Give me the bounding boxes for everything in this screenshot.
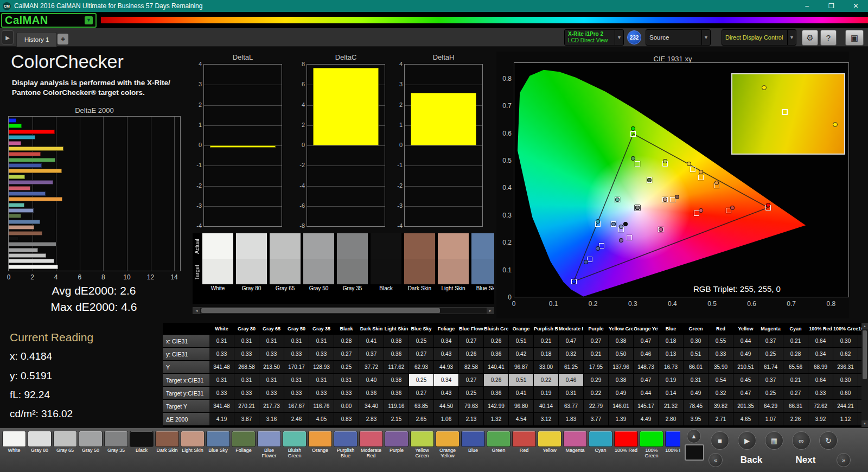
patch-select-button[interactable]: Gray 80 bbox=[27, 431, 52, 471]
table-cell: 0.41 bbox=[509, 387, 534, 400]
back-button[interactable]: Back bbox=[727, 453, 776, 467]
scrollbar-thumb[interactable] bbox=[863, 330, 867, 379]
table-cell: 22.79 bbox=[584, 400, 609, 413]
deltae-bar bbox=[9, 124, 22, 128]
calman-logo-menu[interactable]: CalMAN ▼ bbox=[1, 13, 97, 28]
patch-select-button[interactable]: White bbox=[2, 431, 27, 471]
continuous-read-button[interactable]: ∞ bbox=[792, 431, 810, 450]
patch-select-button[interactable]: Gray 65 bbox=[53, 431, 78, 471]
patch-select-button[interactable]: Light Skin bbox=[180, 431, 205, 471]
maximize-button[interactable]: ❐ bbox=[819, 0, 844, 12]
display-control-dropdown[interactable]: Direct Display Control ▼ bbox=[722, 29, 796, 46]
table-cell: 2.83 bbox=[359, 413, 384, 426]
deltae-bar bbox=[9, 231, 42, 235]
display-button[interactable]: ▣ bbox=[845, 30, 864, 46]
strip-side-labels: Actual Target bbox=[193, 233, 201, 304]
patch-select-button[interactable]: Green bbox=[486, 431, 511, 471]
table-cell: 0.30 bbox=[684, 335, 709, 348]
table-cell: 68.99 bbox=[808, 361, 833, 374]
y-axis-tick-label: 2 bbox=[293, 122, 305, 128]
cie-target-point bbox=[782, 109, 788, 115]
patch-select-button[interactable]: Foliage bbox=[231, 431, 256, 471]
deltah-chart-title: DeltaH bbox=[404, 53, 483, 61]
table-row: y: CIE310.330.330.330.330.330.270.370.36… bbox=[163, 348, 861, 361]
target-color-swatch bbox=[404, 259, 435, 284]
next-button[interactable]: Next bbox=[781, 453, 830, 467]
patch-select-button[interactable]: Orange bbox=[308, 431, 333, 471]
help-button[interactable]: ? bbox=[820, 30, 837, 46]
patch-select-button[interactable]: 100% Green bbox=[639, 431, 664, 471]
minimize-button[interactable]: – bbox=[795, 0, 819, 12]
patch-select-button[interactable]: Red bbox=[512, 431, 537, 471]
scroll-right-icon[interactable]: ► bbox=[487, 308, 494, 314]
target-color-swatch bbox=[438, 259, 469, 284]
patch-select-button[interactable]: Magenta bbox=[563, 431, 588, 471]
column-header: 100% Red bbox=[808, 323, 833, 335]
actual-color-swatch bbox=[337, 233, 368, 259]
patch-select-button[interactable]: Blue Flower bbox=[257, 431, 282, 471]
patch-comparison-strip: Actual Target WhiteGray 80Gray 65Gray 50… bbox=[193, 233, 494, 304]
back-chevron-button[interactable]: « bbox=[709, 453, 723, 467]
table-header-row: WhiteGray 80Gray 65Gray 50Gray 35BlackDa… bbox=[163, 323, 861, 335]
patch-select-button[interactable]: Purple bbox=[384, 431, 409, 471]
stop-button[interactable]: ■ bbox=[711, 431, 729, 450]
meter-dropdown[interactable]: X-Rite i1Pro 2 LCD Direct View ▼ bbox=[564, 29, 624, 46]
cie-measured-point bbox=[596, 219, 600, 224]
collapse-panel-button[interactable]: ▶ bbox=[2, 30, 14, 44]
patch-select-button[interactable]: Cyan bbox=[588, 431, 613, 471]
meter-status-badge[interactable]: 232 bbox=[627, 30, 641, 44]
pattern-window-preview[interactable] bbox=[685, 444, 704, 461]
eject-button[interactable]: ▲ bbox=[687, 429, 701, 443]
scrollbar-thumb[interactable] bbox=[201, 308, 440, 313]
table-cell: 0.64 bbox=[808, 335, 833, 348]
chevron-down-icon[interactable]: ▼ bbox=[85, 16, 93, 24]
patch-select-button[interactable]: Dark Skin bbox=[155, 431, 180, 471]
table-cell: 0.33 bbox=[309, 387, 334, 400]
settings-button[interactable]: ⚙ bbox=[802, 30, 818, 46]
next-chevron-button[interactable]: » bbox=[837, 453, 851, 467]
table-cell: 0.36 bbox=[384, 348, 409, 361]
add-tab-button[interactable]: + bbox=[58, 34, 68, 44]
patch-select-button[interactable]: Blue bbox=[461, 431, 486, 471]
refresh-button[interactable]: ↻ bbox=[819, 431, 838, 450]
patch-select-button[interactable]: Yellow bbox=[537, 431, 562, 471]
patch-select-button[interactable]: Orange Yellow bbox=[435, 431, 460, 471]
deltae-bar bbox=[9, 118, 16, 123]
patch-select-button[interactable]: Bluish Green bbox=[282, 431, 307, 471]
tab-history-1[interactable]: History 1 bbox=[16, 32, 57, 47]
pattern-button[interactable]: ▦ bbox=[765, 431, 783, 450]
play-button[interactable]: ▶ bbox=[738, 431, 756, 450]
scroll-up-icon[interactable]: ▲ bbox=[861, 323, 868, 329]
cie-measured-point bbox=[833, 122, 838, 127]
gridline bbox=[405, 85, 482, 85]
column-header: Purple bbox=[584, 323, 609, 335]
x-axis-tick-label: 14 bbox=[168, 273, 181, 281]
table-cell: 201.35 bbox=[733, 400, 758, 413]
patch-color bbox=[385, 431, 409, 447]
patch-select-button[interactable]: Purplish Blue bbox=[333, 431, 358, 471]
patch-select-button[interactable]: Blue Sky bbox=[206, 431, 231, 471]
patch-select-button[interactable]: 100% Blue bbox=[665, 431, 681, 471]
patch-select-button[interactable]: Moderate Red bbox=[359, 431, 384, 471]
patch-name: Purple bbox=[384, 448, 409, 454]
table-cell: 0.33 bbox=[209, 348, 234, 361]
close-button[interactable]: ✕ bbox=[844, 0, 868, 12]
column-header: Gray 35 bbox=[309, 323, 334, 335]
patch-name: Blue Sky bbox=[206, 448, 231, 454]
patch-select-button[interactable]: Black bbox=[129, 431, 154, 471]
table-cell: 0.47 bbox=[634, 374, 659, 387]
patch-select-button[interactable]: 100% Red bbox=[614, 431, 639, 471]
play-icon: ▶ bbox=[744, 437, 750, 445]
patch-select-button[interactable]: Gray 50 bbox=[78, 431, 103, 471]
scroll-down-icon[interactable]: ▼ bbox=[861, 420, 868, 427]
patch-name: Gray 65 bbox=[53, 448, 78, 454]
patch-name: Black bbox=[129, 448, 154, 454]
strip-scrollbar[interactable]: ◄ ► bbox=[193, 307, 494, 314]
table-scrollbar[interactable]: ▲ ▼ bbox=[861, 323, 868, 427]
column-header: Gray 80 bbox=[234, 323, 259, 335]
source-dropdown[interactable]: Source ▼ bbox=[646, 29, 711, 46]
scroll-left-icon[interactable]: ◄ bbox=[193, 308, 200, 314]
patch-select-button[interactable]: Yellow Green bbox=[410, 431, 435, 471]
table-cell: 0.55 bbox=[709, 335, 733, 348]
patch-select-button[interactable]: Gray 35 bbox=[104, 431, 129, 471]
